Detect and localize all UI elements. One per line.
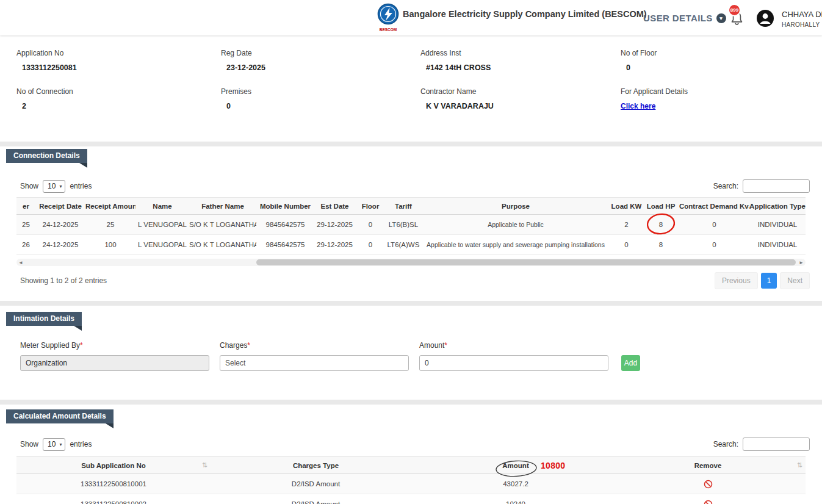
- field-label: Premises: [221, 87, 420, 96]
- page-1-button[interactable]: 1: [761, 273, 777, 289]
- horizontal-scrollbar[interactable]: ◄ ►: [16, 259, 806, 266]
- user-info: CHHAYA DE HAROHALLY: [782, 10, 822, 28]
- chevron-down-icon: ▾: [716, 13, 726, 23]
- field-value: K V VARADARAJU: [420, 102, 621, 110]
- sort-icon: ⇅: [797, 461, 802, 469]
- connection-row-2: 26 24-12-2025 100 L VENUGOPAL S/O K T LO…: [16, 235, 806, 255]
- field-value: 0: [221, 102, 420, 110]
- next-page-button[interactable]: Next: [780, 272, 810, 289]
- entries-label: entries: [70, 440, 92, 448]
- page-size-select[interactable]: 10 ▾: [43, 438, 65, 451]
- field-value: #142 14tH CROSS: [420, 63, 621, 72]
- search-label: Search:: [713, 182, 738, 190]
- notification-bell[interactable]: 899: [730, 10, 744, 27]
- connection-table-controls: Show 10 ▾ entries Search:: [20, 179, 810, 193]
- show-label: Show: [20, 440, 38, 448]
- field-address-inst: Address Inst #142 14tH CROSS: [420, 49, 621, 72]
- col-receipt-date: Receipt Date: [35, 198, 85, 215]
- col-sub-application-no[interactable]: Sub Application No ⇅: [16, 457, 211, 474]
- page-size-select[interactable]: 10 ▾: [43, 180, 65, 193]
- cell: 8: [643, 235, 679, 255]
- sort-icon: ⇅: [202, 461, 207, 469]
- cell: INDIVIDUAL: [749, 215, 806, 235]
- amount-label: Amount*: [419, 341, 608, 350]
- scroll-right-icon[interactable]: ►: [797, 259, 806, 266]
- user-location: HAROHALLY: [782, 21, 822, 28]
- cell: 9845642575: [256, 235, 314, 255]
- show-entries-control: Show 10 ▾ entries: [20, 180, 92, 193]
- cell: S/O K T LOGANATHAN: [189, 235, 256, 255]
- meter-supplied-label: Meter Supplied By*: [20, 341, 209, 350]
- cell: 24-12-2025: [35, 215, 85, 235]
- col-load-hp: Load HP: [643, 198, 679, 215]
- field-value: 1333112250081: [16, 63, 221, 72]
- bescom-logo: BESCOM: [375, 2, 401, 35]
- previous-page-button[interactable]: Previous: [715, 272, 758, 289]
- section-tab-intimation-details: Intimation Details: [6, 312, 82, 326]
- cell: 29-12-2025: [314, 215, 355, 235]
- intimation-form: Meter Supplied By* Charges* Select Amoun…: [20, 341, 822, 387]
- cell: 0: [679, 215, 749, 235]
- col-name: Name: [135, 198, 189, 215]
- col-remove[interactable]: Remove ⇅: [610, 457, 806, 474]
- app-header: BESCOM Bangalore Electricity Supply Comp…: [0, 0, 822, 35]
- show-label: Show: [20, 182, 38, 190]
- cell: INDIVIDUAL: [749, 235, 806, 255]
- col-amount[interactable]: Amount: [421, 457, 610, 474]
- col-charges-type[interactable]: Charges Type: [211, 457, 421, 474]
- section-tab-connection-details: Connection Details: [6, 149, 87, 163]
- remove-row-button[interactable]: [704, 500, 713, 504]
- cell-charges-type: D2/ISD Amount: [211, 474, 421, 494]
- calculated-header-row: Sub Application No ⇅ Charges Type Amount…: [16, 457, 806, 474]
- col-est-date: Est Date: [314, 198, 355, 215]
- svg-text:BESCOM: BESCOM: [380, 27, 397, 32]
- field-applicant-details: For Applicant Details Click here: [621, 87, 822, 110]
- search-label: Search:: [713, 440, 738, 448]
- click-here-link[interactable]: Click here: [621, 102, 655, 110]
- remove-row-button[interactable]: [704, 480, 713, 489]
- no-entry-icon: [704, 480, 713, 489]
- cell: 0: [355, 215, 386, 235]
- field-reg-date: Reg Date 23-12-2025: [221, 49, 420, 72]
- cell: 0: [610, 235, 643, 255]
- chevron-down-icon: ▾: [59, 184, 62, 189]
- show-entries-control: Show 10 ▾ entries: [20, 438, 92, 451]
- calculated-row-2: 13331122500810002 D2/ISD Amount 10240: [16, 494, 806, 504]
- field-value: 0: [621, 63, 822, 72]
- section-separator: [0, 400, 822, 405]
- connection-table-footer: Showing 1 to 2 of 2 entries Previous 1 N…: [20, 272, 810, 289]
- calculated-table-controls: Show 10 ▾ entries Search:: [20, 437, 810, 452]
- col-sub-app-fragment: er: [16, 198, 35, 215]
- field-no-of-floor: No of Floor 0: [621, 49, 822, 72]
- amount-input[interactable]: [419, 355, 608, 371]
- field-label: No of Connection: [16, 87, 221, 96]
- col-tariff: Tariff: [386, 198, 421, 215]
- cell: 29-12-2025: [314, 235, 355, 255]
- notification-badge: 899: [728, 4, 741, 16]
- connection-header-row: er Receipt Date Receipt Amount Name Fath…: [16, 198, 806, 215]
- add-button[interactable]: Add: [621, 355, 640, 371]
- scroll-left-icon[interactable]: ◄: [16, 259, 25, 266]
- col-floor: Floor: [355, 198, 386, 215]
- cell: L VENUGOPAL: [135, 215, 189, 235]
- connection-search-input[interactable]: [743, 179, 810, 193]
- connection-row-1: 25 24-12-2025 25 L VENUGOPAL S/O K T LOG…: [16, 215, 806, 235]
- user-details-menu[interactable]: USER DETAILS ▾: [643, 13, 726, 23]
- connection-table: er Receipt Date Receipt Amount Name Fath…: [16, 197, 806, 255]
- person-icon: [756, 9, 774, 27]
- meter-supplied-input[interactable]: [20, 355, 209, 371]
- cell: 9845642575: [256, 215, 314, 235]
- scrollbar-thumb[interactable]: [256, 259, 796, 265]
- cell-sub-app-no: 13331122500810002: [16, 494, 211, 504]
- showing-entries-text: Showing 1 to 2 of 2 entries: [20, 276, 107, 285]
- calculated-row-1: 13331122500810001 D2/ISD Amount 43027.2: [16, 474, 806, 494]
- cell: S/O K T LOGANATHAN: [189, 215, 256, 235]
- cell: 100: [85, 235, 135, 255]
- cell: 24-12-2025: [35, 235, 85, 255]
- section-tab-calculated-amount-details: Calculated Amount Details: [6, 409, 114, 423]
- meter-supplied-field: Meter Supplied By*: [20, 341, 209, 371]
- charges-select[interactable]: Select: [220, 355, 409, 371]
- user-avatar[interactable]: [756, 9, 774, 29]
- calculated-search-input[interactable]: [743, 437, 810, 451]
- cell: Applicable to Public: [421, 215, 610, 235]
